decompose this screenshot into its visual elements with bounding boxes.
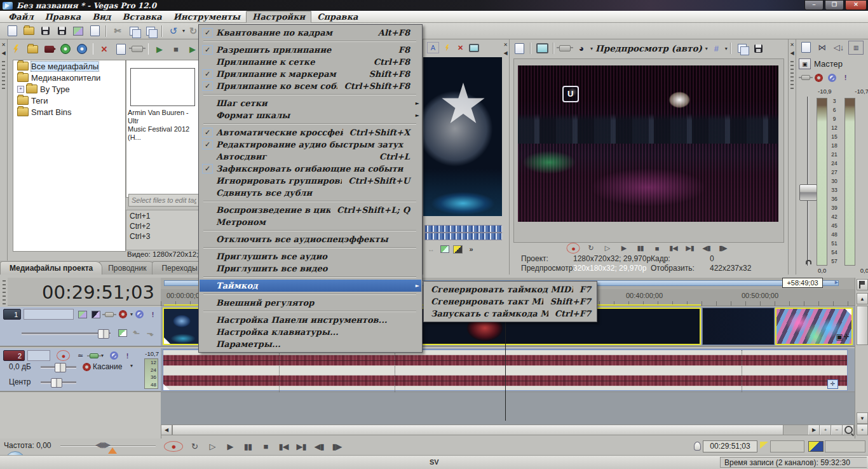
copy-snapshot-icon[interactable]	[735, 42, 749, 55]
mixer-properties-icon[interactable]	[799, 41, 813, 53]
zoom-in-track-button[interactable]: +	[857, 424, 868, 435]
event-generic-icon[interactable]: ✛	[827, 379, 838, 389]
tag-search-input[interactable]	[128, 194, 200, 207]
menu-bar-item[interactable]: Файл	[3, 11, 39, 22]
save-icon[interactable]	[38, 25, 52, 37]
composite-alpha-icon[interactable]	[117, 328, 128, 338]
transport-button[interactable]: ●	[164, 441, 183, 452]
external-monitor-icon[interactable]	[535, 42, 549, 55]
track-fx-icon[interactable]	[88, 351, 99, 361]
arm-record-icon[interactable]: ●	[57, 350, 70, 361]
settings-menu-item[interactable]: Шаг сетки	[200, 97, 421, 109]
event-pan-crop-icon[interactable]: ▣	[836, 332, 843, 341]
settings-menu-item[interactable]	[200, 228, 421, 233]
settings-menu-item[interactable]	[200, 39, 421, 44]
zoom-tool-button[interactable]	[843, 425, 854, 435]
tree-item[interactable]: + Все медиафайлы	[13, 60, 125, 72]
track-mute-icon[interactable]	[109, 351, 119, 361]
preview-quality-dropdown-icon[interactable]: ▾	[705, 46, 708, 51]
get-media-web-icon[interactable]	[75, 43, 89, 55]
settings-menu-item[interactable]: Прилипание ко всем событиям Ctrl+Shift+F…	[200, 80, 421, 92]
preview-quality-label[interactable]: Предпросмотр (авто)	[595, 43, 702, 53]
pan-slider[interactable]	[41, 381, 76, 384]
marker-tool-button[interactable]	[857, 279, 868, 290]
trimmer-monitor-icon[interactable]	[468, 43, 479, 53]
trimmer-waveform-left[interactable]	[424, 225, 503, 233]
solo-icon[interactable]: !	[840, 72, 851, 83]
track-name-field[interactable]	[24, 309, 74, 320]
track-solo-icon[interactable]: !	[122, 351, 133, 361]
trimmer-overflow-icon[interactable]: »	[466, 244, 477, 254]
mixer-settings-icon[interactable]: ▥	[848, 41, 864, 55]
remove-media-icon[interactable]: ✕	[97, 43, 111, 55]
media-fx-icon[interactable]	[130, 43, 144, 55]
make-parent-icon[interactable]: ⬑	[131, 328, 142, 338]
tree-item[interactable]: + Smart Bins	[13, 106, 125, 118]
open-media-icon[interactable]	[25, 43, 39, 55]
save-as-icon[interactable]	[55, 25, 69, 37]
transport-button[interactable]: ▮▮	[632, 243, 649, 254]
scroll-left-button[interactable]: ◀	[161, 425, 172, 435]
import-media-icon[interactable]	[9, 43, 23, 55]
audio-track-number[interactable]: 2	[3, 350, 25, 361]
settings-menu-item[interactable]: Воспроизведение в цикле Ctrl+Shift+L; Q	[200, 204, 421, 216]
settings-menu-item[interactable]: Формат шкалы	[200, 109, 421, 121]
submenu-item[interactable]: Сгенерировать такт MIDI Shift+F7	[424, 296, 596, 308]
undo-dropdown-icon[interactable]: ▾	[182, 28, 185, 34]
menu-bar-item[interactable]: Правка	[39, 11, 87, 22]
overlays-grid-icon[interactable]: #	[709, 42, 723, 55]
transport-button[interactable]: ■	[257, 441, 275, 452]
tree-item[interactable]: + By Type	[13, 83, 125, 95]
capture-video-icon[interactable]	[42, 43, 56, 55]
video-track-number[interactable]: 1	[3, 309, 21, 320]
paste-icon[interactable]	[144, 25, 158, 37]
scrub-control[interactable]: ◀◆▶	[95, 440, 109, 449]
close-button[interactable]: ✕	[845, 0, 867, 10]
hscroll-thumb[interactable]	[172, 425, 783, 435]
undock-icon[interactable]: ◀	[1, 50, 7, 57]
transport-button[interactable]: ↻	[583, 243, 599, 254]
menu-bar-item[interactable]: Справка	[311, 11, 363, 22]
dock-grip[interactable]	[790, 61, 794, 92]
video-fx-icon[interactable]	[558, 42, 572, 55]
undo-icon[interactable]: ↺	[166, 25, 180, 37]
make-child-icon[interactable]: ⬎	[145, 328, 156, 338]
extract-audio-icon[interactable]	[58, 43, 72, 55]
settings-menu-item[interactable]	[200, 309, 421, 314]
scroll-up-button[interactable]: ▲	[857, 293, 868, 304]
new-project-icon[interactable]	[5, 25, 19, 37]
zoom-in-time-button[interactable]: +	[820, 425, 831, 435]
render-icon[interactable]	[71, 25, 85, 37]
trimmer-video-frame[interactable]	[423, 57, 503, 216]
transport-button[interactable]: ▮▶	[715, 243, 731, 254]
transport-button[interactable]: ▷	[203, 441, 221, 452]
settings-menu-item[interactable]: Настройка Панели инструментов...	[200, 314, 421, 326]
close-panel-icon[interactable]: ✕	[1, 42, 7, 48]
copy-icon[interactable]	[127, 25, 141, 37]
restore-button[interactable]: ❐	[825, 0, 844, 10]
settings-menu-item[interactable]	[200, 245, 421, 250]
settings-menu-item[interactable]	[200, 199, 421, 204]
menu-bar-item[interactable]: Настройки	[246, 11, 311, 23]
properties-icon[interactable]	[88, 25, 102, 37]
track-fx-icon[interactable]	[104, 309, 115, 320]
volume-slider[interactable]	[41, 366, 76, 369]
media-properties-icon[interactable]	[114, 43, 128, 55]
timeline-timecode-display[interactable]: 00:29:51;03	[8, 278, 161, 306]
insert-bus-icon[interactable]: ⋈	[815, 41, 829, 53]
video-event[interactable]	[702, 308, 775, 345]
scroll-right-button[interactable]: ▶	[808, 425, 820, 435]
trimmer-waveform-right[interactable]	[424, 233, 503, 240]
trimmer-fit-icon[interactable]: ↔	[426, 244, 437, 254]
menu-bar-item[interactable]: Вид	[86, 11, 116, 22]
overlays-dropdown-icon[interactable]: ▾	[725, 46, 728, 51]
settings-menu-item[interactable]: Внешний регулятор	[200, 297, 421, 309]
settings-menu-item[interactable]	[200, 92, 421, 97]
submenu-item[interactable]: Сгенерировать таймкод MIDI F7	[424, 283, 596, 296]
event-fx-icon[interactable]: ✛	[843, 332, 850, 341]
minimize-button[interactable]: –	[804, 0, 824, 10]
video-event-selected[interactable]: ▣✛	[775, 308, 853, 345]
settings-menu-item[interactable]: Таймкод	[200, 280, 421, 292]
expand-icon[interactable]: +	[17, 86, 24, 93]
close-panel-icon[interactable]: ✕	[503, 42, 509, 48]
